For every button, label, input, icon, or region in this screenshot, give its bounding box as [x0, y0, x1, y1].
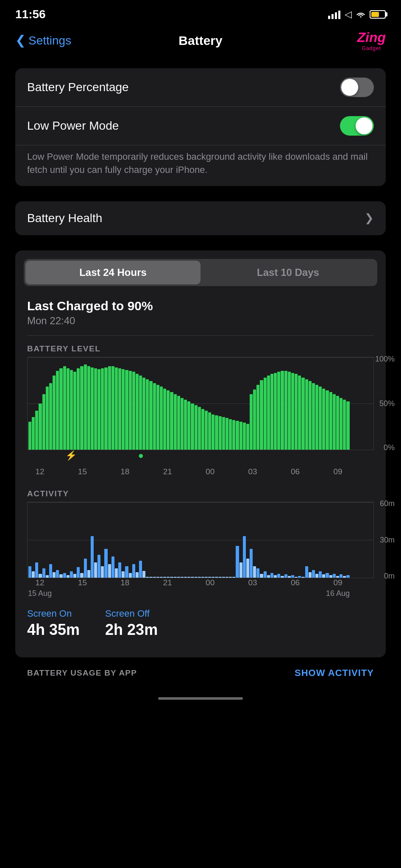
battery-bar: [309, 381, 312, 449]
activity-bar: [305, 566, 308, 578]
activity-bar: [174, 577, 177, 578]
battery-bar: [184, 400, 187, 450]
battery-bar: [142, 378, 145, 450]
battery-bar: [336, 396, 339, 449]
brand-logo: Zing Gadget: [357, 30, 386, 51]
activity-y-30m: 30m: [380, 535, 395, 544]
low-power-mode-toggle[interactable]: [340, 116, 374, 136]
activity-bar: [181, 577, 184, 578]
activity-bar: [184, 577, 187, 578]
battery-health-row[interactable]: Battery Health ❯: [15, 201, 386, 235]
battery-bar: [329, 392, 332, 449]
battery-bar: [322, 389, 325, 450]
battery-bar: [70, 370, 73, 449]
battery-level-label: BATTERY LEVEL: [27, 344, 374, 353]
activity-bar: [322, 574, 325, 577]
screen-off-label: Screen Off: [105, 608, 158, 619]
activity-bar: [333, 574, 336, 578]
low-power-mode-row[interactable]: Low Power Mode: [15, 107, 386, 145]
nav-back-button[interactable]: ❮ Settings: [15, 33, 71, 47]
home-indicator[interactable]: [158, 697, 243, 700]
activity-bar: [32, 571, 35, 577]
battery-bar: [153, 383, 156, 450]
usage-by-app-label: BATTERY USAGE BY APP: [27, 668, 137, 678]
battery-bar: [319, 387, 322, 449]
y-label-100: 100%: [375, 354, 395, 363]
battery-bar: [243, 423, 246, 449]
battery-percentage-toggle[interactable]: [340, 78, 374, 97]
activity-bar: [136, 572, 139, 577]
signal-bar-2: [331, 14, 334, 19]
activity-bar: [63, 573, 66, 578]
battery-health-section[interactable]: Battery Health ❯: [15, 201, 386, 235]
battery-bar: [195, 405, 198, 450]
battery-bar: [301, 378, 304, 450]
battery-bar: [170, 392, 173, 449]
screen-off-stat: Screen Off 2h 23m: [105, 608, 158, 639]
date-15-aug: 15 Aug: [27, 589, 53, 598]
show-activity-button[interactable]: SHOW ACTIVITY: [295, 668, 374, 679]
activity-bar: [132, 564, 135, 578]
activity-bar: [35, 562, 38, 578]
battery-bar: [326, 390, 329, 450]
toggle-thumb: [356, 117, 373, 134]
activity-bar: [343, 576, 346, 578]
activity-bar: [59, 574, 62, 577]
activity-label: ACTIVITY: [27, 489, 374, 498]
activity-bar: [73, 574, 76, 578]
activity-grid-bot: [28, 578, 373, 578]
battery-bar: [122, 369, 125, 450]
x-label-12: 12: [27, 467, 53, 476]
battery-level-chart: 100% 50% 0% ⚡ ● 12 15 18 21 00 03: [27, 357, 374, 476]
battery-bar: [333, 394, 336, 450]
back-chevron-icon: ❮: [15, 33, 26, 47]
battery-bar: [46, 387, 49, 449]
tab-last-24-hours[interactable]: Last 24 Hours: [25, 261, 200, 284]
activity-bar: [39, 574, 42, 578]
activity-bar: [326, 573, 329, 578]
activity-bar: [115, 568, 118, 577]
battery-bar: [270, 374, 273, 450]
activity-bar: [295, 577, 298, 578]
status-time: 11:56: [15, 8, 46, 21]
low-power-mode-label: Low Power Mode: [27, 119, 119, 133]
activity-bar: [118, 562, 121, 578]
activity-bar: [149, 577, 152, 578]
page-title: Battery: [178, 33, 222, 48]
activity-bar: [146, 577, 149, 578]
tab-last-10-days[interactable]: Last 10 Days: [200, 261, 376, 284]
battery-bar: [346, 401, 349, 449]
battery-bar: [59, 368, 62, 450]
activity-bar: [208, 577, 211, 578]
nav-back-label: Settings: [28, 34, 71, 47]
svg-point-0: [360, 16, 362, 17]
activity-bar: [91, 536, 94, 578]
battery-bar: [73, 372, 76, 449]
battery-bar: [343, 400, 346, 450]
activity-bar: [222, 577, 225, 578]
activity-bar: [125, 566, 128, 578]
activity-bar: [163, 577, 166, 578]
signal-bars-icon: [328, 10, 340, 19]
act-x-00: 00: [198, 578, 223, 587]
battery-percentage-row[interactable]: Battery Percentage: [15, 68, 386, 107]
battery-bar: [56, 371, 59, 449]
screen-stats: Screen On 4h 35m Screen Off 2h 23m: [15, 598, 386, 649]
activity-y-60m: 60m: [380, 499, 395, 508]
nav-bar: ❮ Settings Battery Zing Gadget: [0, 25, 401, 56]
activity-bar: [195, 577, 198, 578]
activity-bar: [77, 567, 80, 578]
battery-bar: [32, 417, 35, 449]
activity-bar: [205, 577, 208, 578]
activity-chart-outer: 60m 30m 0m 12 15 18 21 00 03 06 09: [27, 502, 374, 598]
battery-bar: [295, 374, 298, 450]
activity-bar: [104, 549, 107, 578]
activity-bar: [70, 571, 73, 577]
activity-bar: [167, 577, 170, 578]
activity-bar: [260, 574, 263, 578]
battery-bar: [232, 420, 235, 450]
chart-section: Last 24 Hours Last 10 Days Last Charged …: [15, 250, 386, 657]
activity-bar: [156, 577, 159, 578]
battery-bar: [277, 372, 280, 449]
activity-bar: [309, 572, 312, 577]
